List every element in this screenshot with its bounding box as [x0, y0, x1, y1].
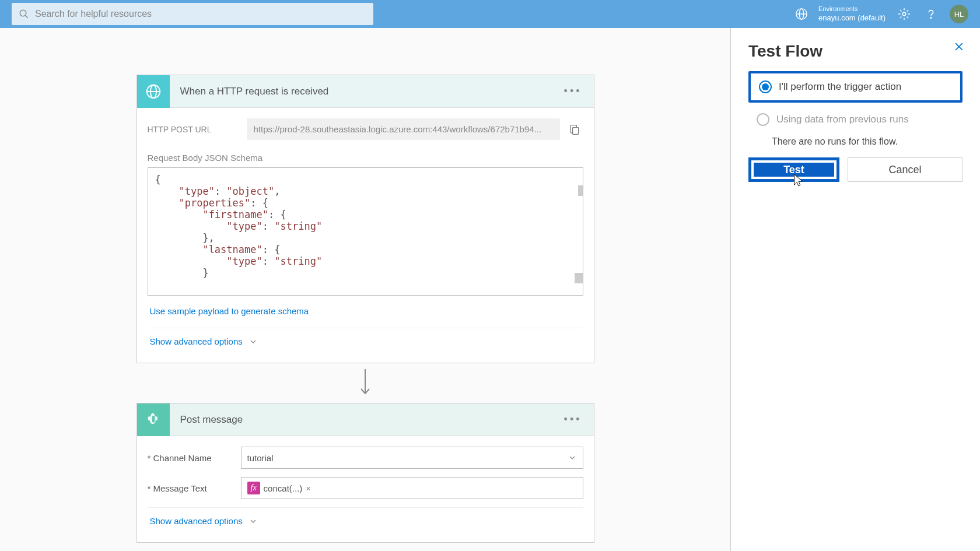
- schema-label: Request Body JSON Schema: [148, 153, 583, 163]
- message-label: * Message Text: [148, 483, 241, 493]
- show-advanced-action[interactable]: Show advanced options: [150, 516, 258, 526]
- test-button[interactable]: Test: [748, 157, 839, 182]
- show-advanced-trigger[interactable]: Show advanced options: [150, 336, 258, 346]
- url-field[interactable]: [247, 118, 560, 140]
- env-name: enayu.com (default): [818, 13, 886, 23]
- gear-icon: [898, 8, 911, 20]
- radio-trigger-action[interactable]: I'll perform the trigger action: [748, 71, 963, 103]
- radio-label-1: I'll perform the trigger action: [779, 81, 901, 93]
- env-caption: Environments: [818, 5, 886, 13]
- help-button[interactable]: [923, 6, 939, 22]
- radio-previous-runs: Using data from previous runs: [748, 106, 963, 133]
- fx-pill: fx: [247, 482, 260, 494]
- channel-label: * Channel Name: [148, 453, 241, 463]
- cancel-button[interactable]: Cancel: [848, 157, 963, 182]
- top-bar: Environments enayu.com (default) HL: [0, 0, 980, 28]
- teams-action-icon: [137, 403, 170, 436]
- svg-point-0: [20, 10, 26, 16]
- cursor-icon: [792, 173, 805, 188]
- globe-icon: [795, 8, 808, 20]
- chevron-down-icon: [568, 453, 577, 462]
- svg-rect-10: [572, 127, 578, 134]
- help-icon: [925, 8, 937, 20]
- panel-title: Test Flow: [748, 42, 963, 61]
- flow-canvas[interactable]: When a HTTP request is received ••• HTTP…: [0, 28, 730, 551]
- trigger-menu-button[interactable]: •••: [552, 85, 594, 97]
- copy-icon: [569, 123, 580, 136]
- svg-point-5: [902, 12, 906, 16]
- flow-arrow: [0, 369, 730, 397]
- chevron-down-icon: [249, 517, 258, 526]
- action-title: Post message: [170, 414, 552, 426]
- trigger-header[interactable]: When a HTTP request is received •••: [137, 75, 594, 108]
- radio-button-checked[interactable]: [759, 80, 772, 93]
- avatar[interactable]: HL: [950, 5, 968, 23]
- no-runs-message: There are no runs for this flow.: [772, 136, 963, 147]
- radio-button-disabled: [757, 113, 769, 126]
- copy-url-button[interactable]: [566, 121, 583, 138]
- svg-line-1: [25, 15, 28, 18]
- close-icon: [953, 41, 965, 52]
- topbar-right: Environments enayu.com (default) HL: [795, 5, 968, 23]
- radio-label-2: Using data from previous runs: [776, 114, 909, 125]
- svg-point-6: [930, 17, 931, 18]
- schema-editor[interactable]: { "type": "object", "properties": { "fir…: [148, 167, 583, 296]
- search-box[interactable]: [12, 3, 373, 25]
- test-flow-panel: Test Flow I'll perform the trigger actio…: [730, 28, 980, 551]
- search-icon: [19, 9, 29, 19]
- channel-value: tutorial: [247, 453, 274, 463]
- fx-expression: concat(...): [264, 483, 303, 493]
- action-header[interactable]: Post message •••: [137, 403, 594, 436]
- trigger-title: When a HTTP request is received: [170, 86, 552, 97]
- action-card: Post message ••• * Channel Name tutorial…: [136, 403, 594, 543]
- http-trigger-icon: [137, 75, 170, 108]
- message-input[interactable]: fx concat(...) ×: [241, 477, 583, 499]
- scrollbar-thumb[interactable]: [578, 185, 583, 196]
- sample-payload-link[interactable]: Use sample payload to generate schema: [150, 306, 309, 316]
- channel-select[interactable]: tutorial: [241, 447, 583, 469]
- chevron-down-icon: [249, 337, 258, 346]
- scrollbar-thumb[interactable]: [575, 273, 583, 283]
- search-input[interactable]: [35, 9, 366, 19]
- url-label: HTTP POST URL: [148, 125, 241, 134]
- environment-label[interactable]: Environments enayu.com (default): [818, 5, 886, 23]
- close-panel-button[interactable]: [953, 41, 965, 55]
- action-menu-button[interactable]: •••: [552, 413, 594, 426]
- remove-expression-button[interactable]: ×: [306, 483, 311, 493]
- settings-button[interactable]: [896, 6, 912, 22]
- trigger-card: When a HTTP request is received ••• HTTP…: [136, 75, 594, 363]
